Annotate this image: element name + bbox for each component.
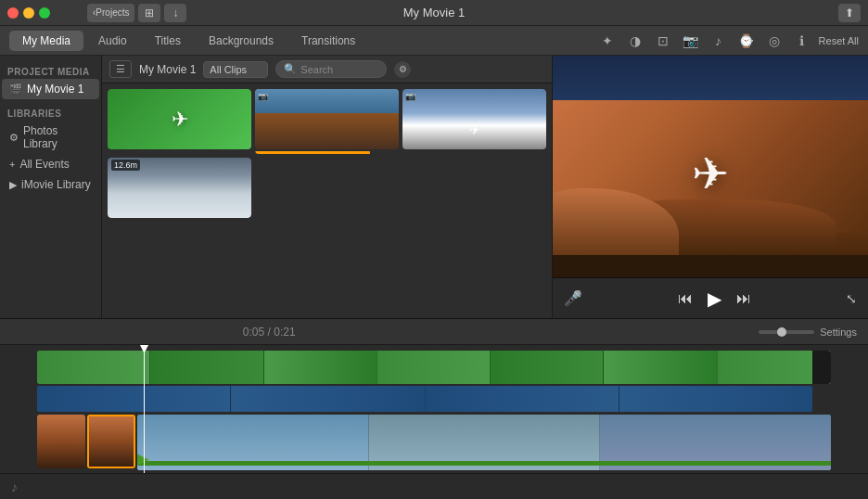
- media-thumb-duration-label: 12.6m: [111, 160, 140, 171]
- events-icon: +: [9, 159, 15, 170]
- media-thumb-1[interactable]: ✈: [108, 89, 251, 154]
- preview-controls: 🎤 ⏮ ▶ ⏭ ⤡: [553, 277, 868, 318]
- tab-audio[interactable]: Audio: [85, 31, 140, 51]
- color-tool[interactable]: ◑: [624, 30, 646, 52]
- film-icon: 🎬: [9, 83, 22, 96]
- tab-titles[interactable]: Titles: [142, 31, 194, 51]
- current-time: 0:05: [243, 326, 264, 339]
- speed-tool[interactable]: ⌚: [735, 30, 758, 52]
- close-button[interactable]: [7, 7, 19, 19]
- list-view-button[interactable]: ☰: [109, 60, 132, 78]
- titlebar-controls: ‹ Projects ⊞ ↓: [87, 4, 186, 22]
- b-roll-thumb-1[interactable]: [37, 415, 85, 468]
- photos-icon: ⚙: [9, 132, 19, 144]
- tabs-bar: My Media Audio Titles Backgrounds Transi…: [0, 26, 868, 56]
- sidebar-item-all-events[interactable]: + All Events: [2, 154, 99, 174]
- back-projects-button[interactable]: ‹ Projects: [87, 4, 134, 22]
- media-thumb-4[interactable]: 12.6m: [108, 158, 251, 218]
- traffic-lights: [7, 7, 50, 19]
- download-button[interactable]: ↓: [164, 4, 186, 22]
- tab-backgrounds[interactable]: Backgrounds: [196, 31, 287, 51]
- skip-back-button[interactable]: ⏮: [678, 290, 693, 307]
- project-media-label: PROJECT MEDIA: [0, 63, 101, 79]
- video-frames: [37, 351, 831, 384]
- media-settings-button[interactable]: ⚙: [394, 61, 411, 78]
- preview-video: ✈: [553, 56, 868, 277]
- stabilize-tool[interactable]: ◎: [763, 30, 785, 52]
- clips-filter-select[interactable]: All Clips Favorites Rejected: [203, 61, 268, 78]
- audio-track[interactable]: [37, 386, 812, 412]
- playhead: [144, 345, 145, 473]
- search-box: 🔍: [275, 60, 387, 78]
- b-roll-long-track[interactable]: ▶: [137, 415, 831, 470]
- sidebar-item-photos[interactable]: ⚙ Photos Library: [2, 121, 99, 154]
- reset-all-button[interactable]: Reset All: [819, 35, 859, 46]
- sidebar-photos-label: Photos Library: [23, 124, 92, 150]
- media-toggle-button[interactable]: ⊞: [138, 4, 160, 22]
- titlebar: ‹ Projects ⊞ ↓ My Movie 1 ⬆: [0, 0, 868, 26]
- timeline-time: 0:05 / 0:21: [243, 326, 296, 339]
- libraries-label: LIBRARIES: [0, 105, 101, 121]
- main-area: PROJECT MEDIA 🎬 My Movie 1 LIBRARIES ⚙ P…: [0, 56, 868, 318]
- media-thumb-2[interactable]: 📷: [255, 89, 399, 154]
- zoom-slider-thumb[interactable]: [777, 327, 786, 337]
- media-grid: ✈ 📷 📷 ✈ 12.6m: [102, 83, 552, 224]
- maximize-button[interactable]: [39, 7, 50, 19]
- library-icon: ▶: [9, 179, 17, 191]
- zoom-slider[interactable]: [759, 330, 814, 334]
- audio-tool[interactable]: ♪: [708, 30, 730, 52]
- b-roll-track: ▶: [37, 415, 831, 470]
- settings-button[interactable]: Settings: [820, 326, 857, 338]
- track-end-cap: [812, 351, 831, 384]
- share-button[interactable]: ⬆: [838, 4, 861, 22]
- sidebar-item-imovie-library[interactable]: ▶ iMovie Library: [2, 174, 99, 195]
- titlebar-right: ⬆: [838, 4, 861, 22]
- magic-wand-tool[interactable]: ✦: [596, 30, 619, 52]
- search-input[interactable]: [300, 64, 378, 75]
- main-video-track[interactable]: [37, 351, 831, 384]
- microphone-button[interactable]: 🎤: [564, 289, 582, 307]
- info-tool[interactable]: ℹ: [791, 30, 813, 52]
- sidebar-events-label: All Events: [19, 158, 69, 171]
- camera-tool[interactable]: 📷: [680, 30, 702, 52]
- music-note-icon: ♪: [11, 480, 18, 494]
- crop-tool[interactable]: ⊡: [652, 30, 674, 52]
- tab-transitions[interactable]: Transitions: [288, 31, 368, 51]
- window-title: My Movie 1: [403, 6, 465, 19]
- timeline-bottom: ♪: [0, 473, 868, 499]
- timeline-header: 0:05 / 0:21 Settings: [0, 319, 868, 345]
- sidebar-library-label: iMovie Library: [21, 178, 91, 191]
- fullscreen-button[interactable]: ⤡: [846, 291, 857, 306]
- media-browser: ☰ My Movie 1 All Clips Favorites Rejecte…: [102, 56, 553, 318]
- sidebar-item-my-movie[interactable]: 🎬 My Movie 1: [2, 79, 99, 99]
- b-roll-thumb-2[interactable]: [87, 415, 135, 468]
- media-thumb-3[interactable]: 📷 ✈: [402, 89, 546, 154]
- total-time: 0:21: [274, 326, 295, 339]
- tab-my-media[interactable]: My Media: [9, 31, 83, 51]
- media-browser-header: ☰ My Movie 1 All Clips Favorites Rejecte…: [102, 56, 552, 83]
- back-label: Projects: [96, 7, 129, 18]
- play-button[interactable]: ▶: [708, 288, 721, 310]
- sidebar: PROJECT MEDIA 🎬 My Movie 1 LIBRARIES ⚙ P…: [0, 56, 102, 318]
- minimize-button[interactable]: [23, 7, 34, 19]
- project-name-label: My Movie 1: [27, 83, 83, 96]
- search-icon: 🔍: [284, 63, 297, 75]
- preview-area: ✈ 🎤 ⏮ ▶ ⏭ ⤡: [553, 56, 868, 318]
- timeline-section: 0:05 / 0:21 Settings: [0, 318, 868, 499]
- skip-forward-button[interactable]: ⏭: [736, 290, 751, 307]
- timeline-content: ▶: [0, 345, 868, 473]
- green-arrow-overlay: ▶: [137, 452, 831, 470]
- media-browser-title: My Movie 1: [139, 63, 196, 76]
- settings-label: Settings: [820, 326, 857, 338]
